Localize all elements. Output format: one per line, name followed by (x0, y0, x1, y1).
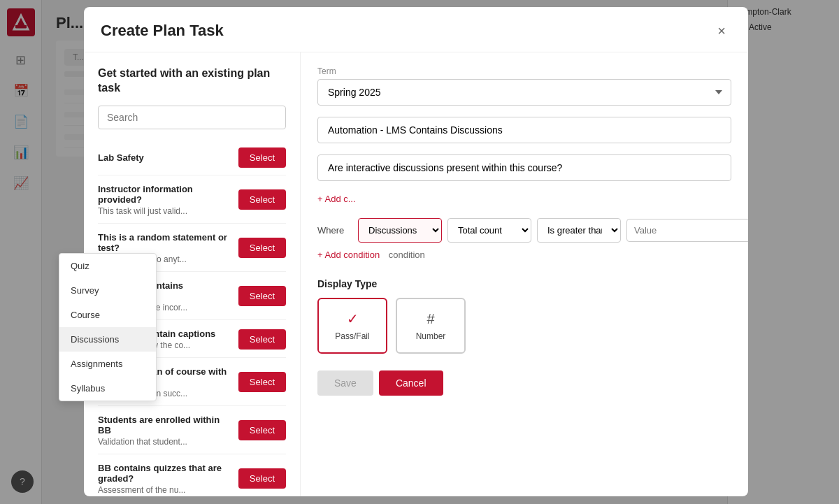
modal-footer: Save Cancel (317, 368, 731, 396)
hash-icon: # (426, 311, 434, 327)
pass-fail-label: Pass/Fail (335, 331, 369, 341)
dropdown-item-survey[interactable]: Survey (59, 278, 156, 303)
select-button-lab-safety[interactable]: Select (238, 147, 286, 168)
dropdown-item-quiz[interactable]: Quiz (59, 254, 156, 278)
select-button-random-statement[interactable]: Select (238, 238, 286, 258)
where-dropdown-menu: Quiz Survey Course Discussions Assignmen… (59, 253, 157, 401)
operator-select[interactable]: Is greater than (537, 218, 621, 243)
cancel-button[interactable]: Cancel (379, 370, 443, 396)
checkmark-icon: ✓ (347, 310, 359, 327)
select-button-quizzes-graded[interactable]: Select (238, 468, 286, 489)
select-button-bb-discussions[interactable]: Select (238, 286, 286, 306)
modal-header: Create Plan Task × (84, 7, 748, 52)
where-label: Where (317, 225, 352, 236)
right-panel: Term Spring 2025 + Add c... (301, 52, 748, 496)
term-select[interactable]: Spring 2025 (317, 79, 731, 106)
save-button[interactable]: Save (317, 370, 373, 396)
display-type-pass-fail[interactable]: ✓ Pass/Fail (317, 298, 387, 354)
task-info: Instructor information provided? This ta… (98, 184, 238, 216)
left-panel-title: Get started with an existing plan task (98, 66, 286, 96)
task-desc: Validation that student... (98, 437, 233, 447)
number-label: Number (416, 331, 446, 341)
task-info: Students are enrolled within BB Validati… (98, 415, 238, 447)
list-item: Instructor information provided? This ta… (98, 177, 286, 224)
task-name: Lab Safety (98, 152, 233, 163)
display-type-row: ✓ Pass/Fail # Number (317, 298, 731, 354)
task-info: BB contains quizzes that are graded? Ass… (98, 463, 238, 495)
select-button-instructor-info[interactable]: Select (238, 189, 286, 210)
add-condition-button[interactable]: + Add condition (317, 250, 380, 260)
search-input[interactable] (98, 106, 286, 129)
display-type-number[interactable]: # Number (396, 298, 466, 354)
task-name-field-group (317, 117, 731, 143)
where-field-select[interactable]: Discussions Quiz Survey Course Assignmen… (358, 218, 442, 243)
select-button-video-captions[interactable]: Select (238, 329, 286, 350)
dropdown-item-course[interactable]: Course (59, 303, 156, 327)
task-info: Lab Safety (98, 152, 238, 163)
modal-body: Get started with an existing plan task L… (84, 52, 748, 496)
dropdown-item-syllabus[interactable]: Syllabus (59, 376, 156, 401)
display-type-label: Display Type (317, 278, 731, 289)
select-button-students-enrolled[interactable]: Select (238, 420, 286, 440)
question-input[interactable] (317, 154, 731, 181)
condition-field-select[interactable]: Total count (447, 218, 531, 243)
dropdown-item-assignments[interactable]: Assignments (59, 352, 156, 376)
list-item: Students are enrolled within BB Validati… (98, 408, 286, 454)
task-name: Instructor information provided? (98, 184, 233, 205)
dropdown-item-discussions[interactable]: Discussions (59, 327, 156, 352)
task-name: Students are enrolled within BB (98, 415, 233, 435)
value-input[interactable] (626, 219, 748, 242)
list-item: Lab Safety Select (98, 141, 286, 175)
term-field-group: Term Spring 2025 (317, 66, 731, 106)
term-label: Term (317, 66, 731, 76)
add-condition-separator: condition (389, 250, 425, 260)
select-button-ally-scan[interactable]: Select (238, 372, 286, 392)
task-name: BB contains quizzes that are graded? (98, 463, 233, 484)
modal-close-button[interactable]: × (712, 21, 731, 41)
task-name-input[interactable] (317, 117, 731, 143)
list-item: BB contains quizzes that are graded? Ass… (98, 456, 286, 496)
task-desc: This task will just valid... (98, 206, 233, 216)
where-row: Where Discussions Quiz Survey Course Ass… (317, 218, 731, 243)
question-field-group (317, 154, 731, 181)
task-desc: Assessment of the nu... (98, 485, 233, 495)
task-name: This is a random statement or test? (98, 232, 233, 253)
create-plan-task-modal: Create Plan Task × Get started with an e… (84, 7, 748, 496)
add-above-condition-button[interactable]: + Add c... (317, 194, 356, 204)
modal-title: Create Plan Task (101, 22, 224, 40)
